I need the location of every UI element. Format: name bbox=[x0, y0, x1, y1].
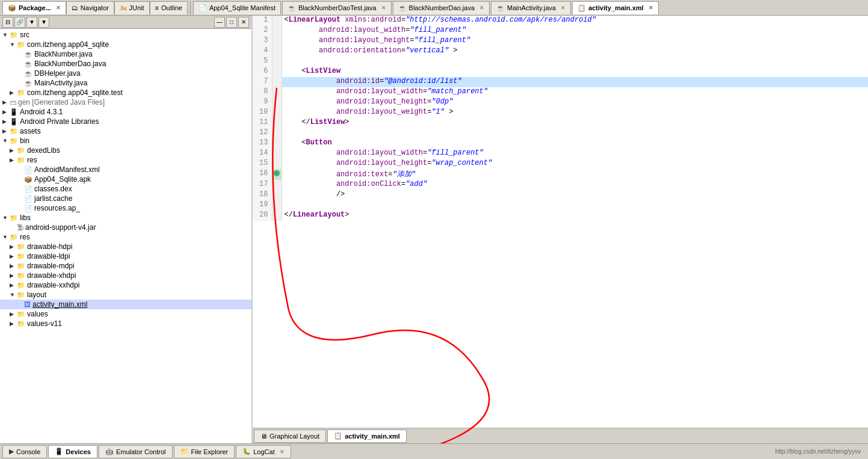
maximize-btn[interactable]: □ bbox=[226, 17, 237, 28]
tree-item-assets[interactable]: ▶ 📁 assets bbox=[0, 126, 251, 136]
folder-icon-mdpi: 📁 bbox=[17, 262, 25, 270]
outline-icon: ≡ bbox=[155, 4, 159, 11]
link-btn[interactable]: 🔗 bbox=[14, 17, 25, 28]
tree-item-values-v11[interactable]: ▶ 📁 values-v11 bbox=[0, 319, 251, 328]
tab-package[interactable]: 📦 Package... ✕ bbox=[2, 1, 66, 14]
tab-blacknumberdao[interactable]: ☕ BlackNumberDao.java ✕ bbox=[393, 1, 490, 14]
tab-blacknumberdaotest[interactable]: ☕ BlackNumberDaoTest.java ✕ bbox=[282, 1, 392, 14]
tree-item-drawable-mdpi[interactable]: ▶ 📁 drawable-mdpi bbox=[0, 261, 251, 271]
line-number-10: 10 bbox=[253, 108, 272, 118]
line-code-19 bbox=[282, 200, 868, 211]
folder-icon-bin: 📁 bbox=[10, 137, 18, 145]
tree-item-dexedlibs[interactable]: ▶ 📁 dexedLibs bbox=[0, 146, 251, 155]
collapse-btn[interactable]: ⊟ bbox=[2, 17, 13, 28]
tree-item-drawable-xhdpi[interactable]: ▶ 📁 drawable-xhdpi bbox=[0, 271, 251, 280]
tree-item-activity-main-xml[interactable]: 🖼 activity_main.xml bbox=[0, 300, 251, 309]
expand-arrow-hdpi: ▶ bbox=[10, 244, 17, 250]
tree-item-classes-dex[interactable]: 📄 classes.dex bbox=[0, 184, 251, 194]
close-icon-3[interactable]: ✕ bbox=[561, 5, 565, 11]
code-line-8: 8 android:layout_width="match_parent" bbox=[253, 87, 868, 97]
logcat-close-icon[interactable]: ✕ bbox=[280, 449, 285, 455]
tree-label-bin: bin bbox=[20, 137, 29, 145]
tab-manifest[interactable]: 📄 App04_Sqlite Manifest bbox=[193, 1, 281, 14]
code-line-1: 1<LinearLayout xmlns:android="http://sch… bbox=[253, 16, 868, 26]
tree-item-dbhelper[interactable]: ☕ DBHelper.java bbox=[0, 69, 251, 78]
tree-item-androidmanifest[interactable]: 📄 AndroidManifest.xml bbox=[0, 165, 251, 174]
close-icon-4[interactable]: ✕ bbox=[648, 5, 653, 11]
tree-item-pkg[interactable]: ▼ 📁 com.itzheng.app04_sqlite bbox=[0, 40, 251, 49]
tree-item-values[interactable]: ▶ 📁 values bbox=[0, 309, 251, 319]
line-number-8: 8 bbox=[253, 87, 272, 97]
tree-item-android431[interactable]: ▶ 📱 Android 4.3.1 bbox=[0, 107, 251, 117]
view-btn[interactable]: ▼ bbox=[38, 17, 49, 28]
tab-logcat-bottom[interactable]: 🐛 LogCat ✕ bbox=[236, 445, 291, 458]
line-number-9: 9 bbox=[253, 97, 272, 108]
minimize-btn[interactable]: — bbox=[214, 17, 225, 28]
tab-outline[interactable]: ≡ Outline bbox=[150, 1, 188, 14]
tree-item-support-jar[interactable]: 🗜 android-support-v4.jar bbox=[0, 223, 251, 232]
close-panel-btn[interactable]: ✕ bbox=[238, 17, 249, 28]
manifest-icon: 📄 bbox=[199, 4, 207, 12]
tree-item-drawable-xxhdpi[interactable]: ▶ 📁 drawable-xxhdpi bbox=[0, 280, 251, 290]
line-number-1: 1 bbox=[253, 16, 272, 26]
tab-devices-bottom[interactable]: 📱 Devices bbox=[48, 445, 97, 458]
line-marker-15 bbox=[272, 159, 282, 169]
expand-arrow-ldpi: ▶ bbox=[10, 253, 17, 259]
java-icon-3: ☕ bbox=[496, 4, 505, 12]
line-marker-2 bbox=[272, 26, 282, 36]
line-code-16: android:text="添加" bbox=[282, 169, 868, 180]
expand-arrow-private: ▶ bbox=[2, 119, 10, 125]
tree-item-apk[interactable]: 📦 App04_Sqlite.apk bbox=[0, 174, 251, 184]
folder-icon-values: 📁 bbox=[17, 310, 25, 318]
tab-console-bottom[interactable]: ▶ Console bbox=[2, 445, 47, 458]
expand-arrow-src: ▼ bbox=[2, 32, 10, 38]
tree-item-bin-res[interactable]: ▶ 📁 res bbox=[0, 155, 251, 165]
xml-tab-icon: 📋 bbox=[577, 4, 586, 12]
tab-graphical-layout[interactable]: 🖥 Graphical Layout bbox=[254, 430, 326, 443]
tree-item-jarlist[interactable]: 📄 jarlist.cache bbox=[0, 194, 251, 203]
tree-item-blacknumberdao[interactable]: ☕ BlackNumberDao.java bbox=[0, 59, 251, 69]
tab-activity-xml-editor[interactable]: 📋 activity_main.xml bbox=[327, 430, 407, 443]
tree-item-blacknumber[interactable]: ☕ BlackNumber.java bbox=[0, 49, 251, 59]
fileexplorer-icon: 📁 bbox=[180, 448, 189, 455]
tree-label-activity-main-xml: activity_main.xml bbox=[32, 300, 87, 309]
folder-icon-xxhdpi: 📁 bbox=[17, 282, 25, 289]
line-code-2: android:layout_width="fill_parent" bbox=[282, 26, 868, 36]
tab-mainactivity[interactable]: ☕ MainActivity.java ✕ bbox=[491, 1, 571, 14]
code-line-3: 3 android:layout_height="fill_parent" bbox=[253, 36, 868, 46]
line-marker-17 bbox=[272, 180, 282, 190]
tree-item-drawable-hdpi[interactable]: ▶ 📁 drawable-hdpi bbox=[0, 242, 251, 251]
tree-item-layout[interactable]: ▼ 📁 layout bbox=[0, 290, 251, 300]
close-icon-2[interactable]: ✕ bbox=[479, 5, 484, 11]
code-line-17: 17 android:onClick="add" bbox=[253, 180, 868, 190]
tab-navigator[interactable]: 🗂 Navigator bbox=[66, 1, 114, 14]
expand-arrow-res: ▼ bbox=[2, 234, 10, 240]
close-icon-1[interactable]: ✕ bbox=[381, 5, 386, 11]
tree-item-bin[interactable]: ▼ 📁 bin bbox=[0, 136, 251, 146]
tree-item-test[interactable]: ▶ 📁 com.itzheng.app04_sqlite.test bbox=[0, 88, 251, 97]
expand-arrow-layout: ▼ bbox=[10, 292, 17, 298]
tree-item-drawable-ldpi[interactable]: ▶ 📁 drawable-ldpi bbox=[0, 251, 251, 261]
tree-item-gen[interactable]: ▶ 🗃 gen [Generated Java Files] bbox=[0, 97, 251, 107]
tab-emulator-bottom[interactable]: 🤖 Emulator Control bbox=[99, 445, 173, 458]
tab-fileexplorer-bottom[interactable]: 📁 File Explorer bbox=[174, 445, 235, 458]
tree-item-libs[interactable]: ▼ 📁 libs bbox=[0, 213, 251, 223]
layout-xml-icon: 🖼 bbox=[24, 301, 31, 308]
code-line-5: 5 bbox=[253, 57, 868, 67]
tree-label-mainactivity: MainActivity.java bbox=[34, 79, 87, 87]
line-code-5 bbox=[282, 57, 868, 67]
tab-junit[interactable]: Ju JUnit bbox=[114, 1, 150, 14]
line-code-7: android:id="@android:id/list" bbox=[282, 77, 868, 87]
tree-item-mainactivity[interactable]: ☕ MainActivity.java bbox=[0, 78, 251, 88]
line-number-6: 6 bbox=[253, 67, 272, 77]
code-line-7: 7 android:id="@android:id/list" bbox=[253, 77, 868, 87]
code-area[interactable]: 1<LinearLayout xmlns:android="http://sch… bbox=[253, 16, 868, 428]
line-marker-5 bbox=[272, 57, 282, 67]
tree-item-res[interactable]: ▼ 📁 res bbox=[0, 232, 251, 242]
close-icon[interactable]: ✕ bbox=[56, 5, 61, 11]
tab-activity-main-xml[interactable]: 📋 activity_main.xml ✕ bbox=[572, 1, 659, 14]
menu-btn[interactable]: ▼ bbox=[26, 17, 37, 28]
tree-item-private-libs[interactable]: ▶ 📱 Android Private Libraries bbox=[0, 117, 251, 126]
tree-item-resources-ap[interactable]: 📄 resources.ap_ bbox=[0, 203, 251, 213]
tree-item-src[interactable]: ▼ 📁 src bbox=[0, 30, 251, 40]
